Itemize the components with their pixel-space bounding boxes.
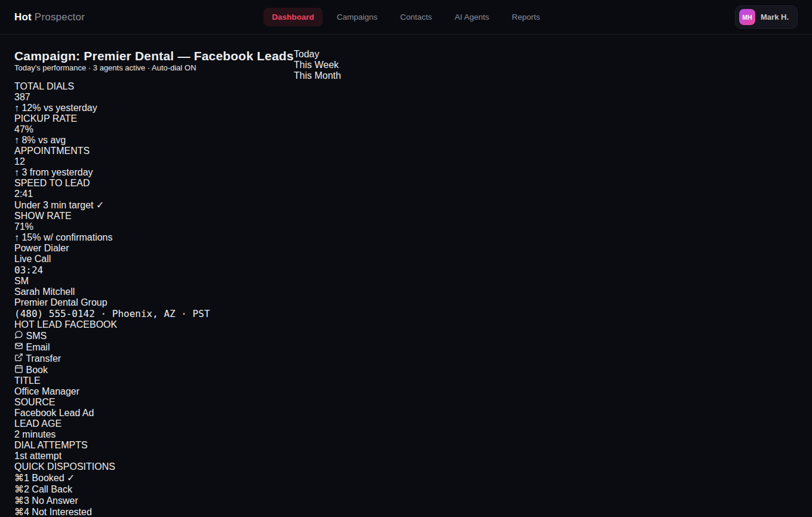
kpi-show-rate: SHOW RATE 71% ↑ 15% w/ confirmations bbox=[14, 211, 798, 243]
transfer-label: Transfer bbox=[26, 353, 61, 364]
disposition-label: No Answer bbox=[32, 496, 78, 506]
call-timer: 03:24 bbox=[14, 264, 798, 276]
nav-item-reports[interactable]: Reports bbox=[503, 8, 548, 26]
email-button[interactable]: Email bbox=[14, 341, 798, 353]
sms-label: SMS bbox=[26, 331, 47, 341]
contact-phone: (480) 555-0142 · Phoenix, AZ · PST bbox=[14, 308, 798, 319]
field-value: Facebook Lead Ad bbox=[14, 408, 798, 418]
calendar-icon bbox=[14, 365, 23, 375]
external-arrow-icon bbox=[14, 353, 23, 364]
nav-item-ai-agents[interactable]: AI Agents bbox=[447, 8, 498, 26]
field-dial-attempts: DIAL ATTEMPTS 1st attempt bbox=[14, 440, 798, 461]
user-menu[interactable]: MH Mark H. bbox=[735, 5, 798, 29]
kpi-label: SHOW RATE bbox=[14, 211, 798, 221]
dispositions-grid: ⌘1 Booked ✓ ⌘2 Call Back ⌘3 No Answer ⌘4… bbox=[14, 472, 798, 517]
facebook-tag: FACEBOOK bbox=[64, 319, 117, 330]
contact-company: Premier Dental Group bbox=[14, 297, 798, 308]
live-call-label: Live Call bbox=[14, 254, 51, 264]
page-subtitle: Today's performance · 3 agents active · … bbox=[14, 63, 294, 72]
kpi-delta: ↑ 3 from yesterday bbox=[14, 167, 798, 178]
kpi-delta: Under 3 min target ✓ bbox=[14, 199, 798, 211]
transfer-button[interactable]: Transfer bbox=[14, 353, 798, 364]
envelope-icon bbox=[14, 342, 23, 352]
field-lead-age: LEAD AGE 2 minutes bbox=[14, 418, 798, 440]
disposition-no-answer[interactable]: ⌘3 No Answer bbox=[14, 495, 798, 506]
email-label: Email bbox=[26, 342, 50, 352]
dialer-header: Power Dialer Live Call 03:24 bbox=[14, 243, 798, 276]
disposition-label: Booked ✓ bbox=[32, 473, 75, 483]
kpi-value: 71% bbox=[14, 221, 798, 232]
contact-name: Sarah Mitchell bbox=[14, 287, 798, 297]
kpi-value: 387 bbox=[14, 92, 798, 103]
kpi-total-dials: TOTAL DIALS 387 ↑ 12% vs yesterday bbox=[14, 81, 798, 113]
nav-links: Dashboard Campaigns Contacts AI Agents R… bbox=[263, 8, 548, 26]
kpi-delta: ↑ 15% w/ confirmations bbox=[14, 232, 798, 243]
hot-lead-tag: HOT LEAD bbox=[14, 319, 62, 330]
field-source: SOURCE Facebook Lead Ad bbox=[14, 397, 798, 418]
live-call-badge: Live Call bbox=[14, 254, 798, 264]
book-button[interactable]: Book bbox=[14, 364, 798, 376]
kpi-pickup-rate: PICKUP RATE 47% ↑ 8% vs avg bbox=[14, 113, 798, 146]
shortcut-key-badge: ⌘1 bbox=[14, 473, 29, 483]
dispositions-heading: QUICK DISPOSITIONS bbox=[14, 461, 798, 472]
disposition-booked[interactable]: ⌘1 Booked ✓ bbox=[14, 472, 798, 484]
kpi-value: 2:41 bbox=[14, 189, 798, 199]
lead-fields: TITLE Office Manager SOURCE Facebook Lea… bbox=[14, 376, 798, 461]
brand-light: Prospector bbox=[32, 11, 85, 23]
field-value: 1st attempt bbox=[14, 451, 798, 461]
shortcut-key-badge: ⌘2 bbox=[14, 484, 29, 494]
range-this-month-button[interactable]: This Month bbox=[294, 70, 341, 81]
dialer-title: Power Dialer bbox=[14, 243, 798, 254]
range-today-button[interactable]: Today bbox=[294, 49, 341, 60]
field-label: DIAL ATTEMPTS bbox=[14, 440, 798, 451]
page-title: Campaign: Premier Dental — Facebook Lead… bbox=[14, 49, 294, 63]
shortcut-key-badge: ⌘4 bbox=[14, 507, 29, 517]
field-value: Office Manager bbox=[14, 386, 798, 397]
kpi-delta: ↑ 8% vs avg bbox=[14, 135, 798, 146]
chat-bubble-icon bbox=[14, 331, 23, 341]
kpi-label: SPEED TO LEAD bbox=[14, 178, 798, 189]
kpi-speed-to-lead: SPEED TO LEAD 2:41 Under 3 min target ✓ bbox=[14, 178, 798, 211]
user-name: Mark H. bbox=[761, 13, 789, 21]
field-label: LEAD AGE bbox=[14, 418, 798, 429]
nav-item-dashboard[interactable]: Dashboard bbox=[263, 8, 322, 26]
field-label: TITLE bbox=[14, 376, 798, 386]
kpi-label: TOTAL DIALS bbox=[14, 81, 798, 92]
field-label: SOURCE bbox=[14, 397, 798, 408]
avatar: MH bbox=[739, 9, 755, 25]
brand-bold: Hot bbox=[14, 11, 32, 23]
disposition-label: Not Interested bbox=[32, 507, 92, 517]
top-nav: Hot Prospector Dashboard Campaigns Conta… bbox=[0, 0, 812, 35]
contact-card: SM Sarah Mitchell Premier Dental Group (… bbox=[14, 276, 798, 330]
kpi-delta: ↑ 12% vs yesterday bbox=[14, 103, 798, 113]
kpi-value: 12 bbox=[14, 156, 798, 167]
disposition-not-interested[interactable]: ⌘4 Not Interested bbox=[14, 506, 798, 517]
power-dialer-panel: Power Dialer Live Call 03:24 SM Sarah Mi… bbox=[14, 243, 798, 517]
disposition-call-back[interactable]: ⌘2 Call Back bbox=[14, 484, 798, 495]
field-value: 2 minutes bbox=[14, 429, 798, 440]
nav-item-campaigns[interactable]: Campaigns bbox=[328, 8, 386, 26]
date-range-group: Today This Week This Month bbox=[294, 49, 341, 81]
kpi-label: APPOINTMENTS bbox=[14, 146, 798, 156]
action-buttons: SMS Email Transfer Book bbox=[14, 330, 798, 376]
book-label: Book bbox=[26, 365, 47, 375]
sms-button[interactable]: SMS bbox=[14, 330, 798, 341]
contact-tags: HOT LEAD FACEBOOK bbox=[14, 319, 798, 330]
shortcut-key-badge: ⌘3 bbox=[14, 496, 29, 506]
kpi-label: PICKUP RATE bbox=[14, 113, 798, 124]
kpi-appointments: APPOINTMENTS 12 ↑ 3 from yesterday bbox=[14, 146, 798, 178]
contact-avatar: SM bbox=[14, 276, 798, 287]
nav-item-contacts[interactable]: Contacts bbox=[392, 8, 440, 26]
range-this-week-button[interactable]: This Week bbox=[294, 60, 341, 70]
brand-logo[interactable]: Hot Prospector bbox=[14, 11, 85, 23]
page-header: Campaign: Premier Dental — Facebook Lead… bbox=[14, 49, 798, 81]
field-title: TITLE Office Manager bbox=[14, 376, 798, 397]
kpi-row: TOTAL DIALS 387 ↑ 12% vs yesterday PICKU… bbox=[14, 81, 798, 243]
kpi-value: 47% bbox=[14, 124, 798, 135]
disposition-label: Call Back bbox=[32, 484, 72, 494]
